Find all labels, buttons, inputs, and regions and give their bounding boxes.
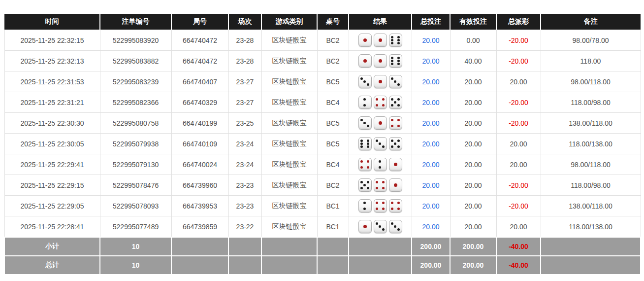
cell-game-type: 区块链骰宝: [261, 51, 317, 71]
cell-payout: -20.00: [496, 113, 541, 134]
cell-remark: 138.00/118.00: [541, 196, 641, 216]
die-pip: [367, 142, 369, 145]
cell-total-bet[interactable]: 20.00: [412, 92, 450, 113]
die-pip: [376, 208, 378, 210]
cell-valid-bet: 20.00: [450, 154, 496, 175]
die-pip: [376, 181, 378, 183]
die-pip: [397, 57, 400, 59]
die-face-3: [389, 75, 402, 88]
table-row: 2025-11-25 22:32:15 522995083920 6647404…: [4, 30, 641, 51]
summary-label: 小计: [4, 237, 100, 256]
cell-remark: 118.00/98.00: [541, 175, 641, 196]
cell-game-type: 区块链骰宝: [261, 30, 317, 51]
cell-round-id: 664740472: [171, 30, 228, 51]
cell-valid-bet: 20.00: [450, 196, 496, 216]
die-pip: [391, 39, 393, 41]
die-pip: [367, 83, 369, 86]
die-pip: [360, 181, 363, 183]
cell-total-bet[interactable]: 20.00: [412, 71, 450, 92]
cell-total-bet[interactable]: 20.00: [412, 175, 450, 196]
die-pip: [379, 142, 381, 145]
die-pip: [382, 104, 385, 106]
cell-time: 2025-11-25 22:29:41: [4, 154, 100, 175]
die-pip: [397, 119, 400, 121]
die-pip: [363, 122, 366, 124]
die-pip: [394, 225, 396, 228]
summary-count: 10: [100, 256, 171, 275]
cell-round-id: 664740024: [171, 154, 228, 175]
cell-valid-bet: 20.00: [450, 71, 496, 92]
die-face-4: [389, 116, 402, 130]
table-row: 2025-11-25 22:30:05 522995079938 6647401…: [4, 134, 641, 154]
die-face-4: [389, 199, 402, 212]
die-pip: [363, 98, 366, 101]
die-face-2: [358, 199, 372, 212]
die-pip: [397, 125, 400, 127]
die-pip: [363, 80, 366, 83]
cell-remark: 118.00/138.00: [541, 134, 641, 154]
cell-round-id: 664739960: [171, 175, 228, 196]
table-row: 2025-11-25 22:31:21 522995082366 6647403…: [4, 92, 641, 113]
die-pip: [360, 140, 363, 142]
cell-remark: 138.00/118.00: [541, 113, 641, 134]
cell-valid-bet: 20.00: [450, 92, 496, 113]
cell-total-bet[interactable]: 20.00: [412, 154, 450, 175]
cell-total-bet[interactable]: 20.00: [412, 30, 450, 51]
cell-game-type: 区块链骰宝: [261, 196, 317, 216]
die-pip: [363, 208, 366, 210]
cell-dice-result: [349, 30, 412, 51]
die-face-5: [389, 96, 402, 109]
die-pip: [391, 119, 393, 121]
die-pip: [391, 42, 393, 44]
cell-session: 23-27: [228, 92, 261, 113]
die-pip: [367, 166, 369, 169]
table-row: 2025-11-25 22:28:41 522995077489 6647398…: [4, 216, 641, 238]
summary-row: 总计 10 200.00 200.00 -40.00: [4, 256, 641, 275]
die-pip: [391, 63, 393, 65]
cell-remark: 118.00: [541, 51, 641, 71]
col-header-time: 时间: [4, 14, 100, 30]
cell-table-no: BC1: [317, 216, 349, 238]
die-face-2: [358, 96, 372, 109]
cell-game-type: 区块链骰宝: [261, 175, 317, 196]
die-face-3: [374, 137, 387, 150]
die-pip: [391, 222, 393, 225]
cell-bet-id: 522995083920: [100, 30, 171, 51]
cell-bet-id: 522995079938: [100, 134, 171, 154]
die-pip: [376, 98, 378, 101]
table-header-row: 时间 注单编号 局号 场次 游戏类别 桌号 结果 总投注 有效投注 总派彩 备注: [4, 14, 641, 30]
die-face-4: [374, 178, 387, 192]
cell-remark: 118.00/98.00: [541, 92, 641, 113]
die-pip: [382, 181, 385, 183]
cell-total-bet[interactable]: 20.00: [412, 216, 450, 238]
cell-time: 2025-11-25 22:29:05: [4, 196, 100, 216]
cell-dice-result: [349, 196, 412, 216]
cell-session: 23-28: [228, 51, 261, 71]
cell-total-bet[interactable]: 20.00: [412, 51, 450, 71]
die-pip: [382, 208, 385, 210]
cell-total-bet[interactable]: 20.00: [412, 113, 450, 134]
die-pip: [367, 140, 369, 142]
summary-row: 小计 10 200.00 200.00 -40.00: [4, 237, 641, 256]
die-pip: [382, 145, 385, 148]
cell-total-bet[interactable]: 20.00: [412, 134, 450, 154]
summary-valid-bet: 200.00: [450, 256, 496, 275]
cell-round-id: 664740329: [171, 92, 228, 113]
cell-payout: 20.00: [496, 154, 541, 175]
cell-session: 23-25: [228, 113, 261, 134]
col-header-bet-id: 注单编号: [100, 14, 171, 30]
cell-game-type: 区块链骰宝: [261, 71, 317, 92]
die-face-4: [374, 96, 387, 109]
cell-remark: 118.00/138.00: [541, 216, 641, 238]
die-pip: [394, 101, 396, 104]
die-face-4: [374, 199, 387, 212]
die-face-2: [374, 158, 387, 171]
die-pip: [394, 163, 397, 166]
die-face-1: [374, 54, 387, 68]
col-header-round-id: 局号: [171, 14, 228, 30]
cell-total-bet[interactable]: 20.00: [412, 196, 450, 216]
cell-payout: -20.00: [496, 196, 541, 216]
cell-game-type: 区块链骰宝: [261, 92, 317, 113]
die-pip: [397, 228, 400, 231]
die-pip: [391, 104, 393, 106]
